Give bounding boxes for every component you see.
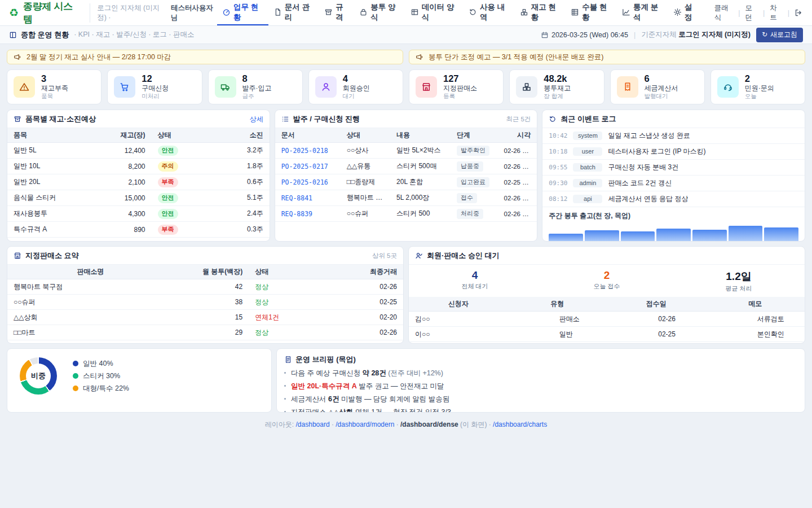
order-row[interactable]: REQ-8839 ○○슈퍼 스티커 500 처리중 02-26 08:45 (275, 206, 537, 222)
stat-label: 오늘 접수 (541, 282, 673, 291)
truck-icon (215, 76, 236, 98)
top-navbar: ♻ 종량제 시스템 로그인 지자체 (미지정) · 테스터사용자님 업무 현황문… (0, 0, 812, 26)
log-message: 세금계산서 연동 응답 정상 (608, 194, 688, 204)
kpi-card-receipt[interactable]: 6세금계산서발행대기 (610, 69, 705, 104)
order-row[interactable]: REQ-8841 행복마트 북… 5L 2,000장 접수 02-26 09:1… (275, 190, 537, 206)
document-link[interactable]: REQ-8839 (281, 210, 312, 218)
kpi-card-store[interactable]: 127지정판매소등록 (409, 69, 504, 104)
stock-row[interactable]: 일반 20L 2,100 부족 0.6주 (7, 174, 270, 190)
nav-item-gear[interactable]: 설정 (668, 0, 703, 25)
stock-row[interactable]: 특수규격 A 890 부족 0.3주 (7, 222, 270, 238)
kpi-label: 발주·입고 (242, 84, 272, 93)
nav-item-history[interactable]: 사용 내역 (464, 0, 515, 25)
stock-row[interactable]: 재사용봉투 4,300 안전 2.4주 (7, 206, 270, 222)
kpi-value: 6 (645, 73, 678, 84)
kpi-card-cart[interactable]: 12구매신청미처리 (107, 69, 202, 104)
stock-row[interactable]: 일반 5L 12,400 안전 3.2주 (7, 143, 270, 159)
divider: · (332, 421, 334, 428)
page-heading: 종합 운영 현황 · KPI · 재고 · 발주/신청 · 로그 · 판매소 (9, 30, 194, 40)
stock-detail-link[interactable]: 상세 (250, 115, 263, 124)
note-icon (284, 356, 292, 364)
kpi-value: 48.2k (544, 73, 571, 84)
mode-link-2[interactable]: 차트 (770, 3, 782, 23)
kpi-card-user[interactable]: 4회원승인대기 (308, 69, 403, 104)
item-depletion: 0.6주 (206, 174, 270, 190)
kpi-label: 구매신청 (142, 84, 169, 93)
stores-top-note: 상위 5곳 (372, 252, 397, 260)
refresh-button[interactable]: ↻새로고침 (756, 28, 803, 42)
document-icon (273, 8, 282, 16)
kpi-value: 3 (41, 73, 68, 84)
store-row[interactable]: △△상회 15 연체1건 02-20 (7, 310, 403, 325)
legend-text: 스티커 30% (83, 371, 120, 381)
stat-label: 전체 대기 (409, 282, 541, 291)
document-link[interactable]: PO-2025-0218 (281, 147, 328, 155)
legend-dot-icon (73, 386, 78, 391)
store-monthly-qty: 15 (174, 310, 249, 325)
mode-link-1[interactable]: 모던 (745, 3, 758, 23)
kpi-card-boxes[interactable]: 48.2k봉투재고장 합계 (509, 69, 604, 104)
nav-item-table[interactable]: 데이터 양식 (405, 0, 464, 25)
store-row[interactable]: □□마트 29 정상 02-26 (7, 325, 403, 340)
document-link[interactable]: PO-2025-0217 (281, 163, 328, 170)
legend-item: 일반 40% (73, 359, 129, 369)
legend-item: 대형/특수 22% (73, 384, 129, 393)
approvals-table: 신청자유형접수일메모 김○○ 판매소 02-26 서류검토 이○○ 일반 02-… (409, 297, 805, 344)
approval-stat: 2 오늘 접수 (541, 269, 673, 293)
approval-row[interactable]: 박○○ 판매소 02-25 주소불일치 (409, 342, 805, 344)
kpi-sublabel: 품목 (41, 93, 68, 100)
approval-row[interactable]: 김○○ 판매소 02-26 서류검토 (409, 312, 805, 327)
nav-item-document[interactable]: 문서 관리 (268, 0, 320, 25)
store-row[interactable]: 행복마트 북구점 42 정상 02-26 (7, 279, 403, 295)
store-row[interactable]: ◇◇할인점 51 정상 02-26 (7, 340, 403, 344)
nav-item-gauge[interactable]: 업무 현황 (217, 0, 268, 25)
order-desc: 스티커 500 (390, 206, 451, 222)
application-date: 02-26 (607, 312, 706, 327)
donut-center-label: 비중 (26, 364, 51, 388)
document-link[interactable]: REQ-8841 (281, 194, 312, 202)
kpi-card-truck[interactable]: 8발주·입고금주 (208, 69, 303, 104)
store-monthly-qty: 51 (174, 340, 249, 344)
legend-item: 스티커 30% (73, 371, 129, 381)
legend-text: 대형/특수 22% (83, 384, 129, 393)
divider: | (763, 9, 765, 17)
order-row[interactable]: PO-2025-0216 □□종량제 20L 혼합 입고완료 02-25 16:… (275, 174, 537, 190)
calendar-icon (541, 31, 549, 39)
item-depletion: 5.1주 (206, 190, 270, 206)
bullet-dot-icon (284, 398, 286, 400)
order-row[interactable]: PO-2025-0218 ○○상사 일반 5L×2박스 발주확인 02-26 1… (275, 143, 537, 159)
kpi-label: 회원승인 (343, 84, 370, 93)
stock-row[interactable]: 음식물 스티커 15,000 안전 5.1주 (7, 190, 270, 206)
kpi-card-headset[interactable]: 2민원·문의오늘 (710, 69, 805, 104)
order-desc: 20L 혼합 (390, 174, 451, 190)
bullet-text: 미발행 — 담당 회계에 알림 발송됨 (339, 395, 449, 403)
bullet-text: 연체 1건 — 현장 점검 일정 3/3 (353, 408, 451, 413)
nav-item-chart-line[interactable]: 통계 분석 (617, 0, 668, 25)
mode-link-0[interactable]: 클래식 (714, 3, 734, 23)
order-row[interactable]: PO-2025-0217 △△유통 스티커 500매 납품중 02-26 09:… (275, 159, 537, 174)
column-header: 품목 (7, 128, 91, 143)
footer-link[interactable]: /dashboard/modern (336, 421, 394, 428)
order-desc: 일반 5L×2박스 (390, 143, 451, 159)
document-link[interactable]: PO-2025-0216 (281, 178, 328, 186)
nav-item-ledger[interactable]: 수불 현황 (566, 0, 617, 25)
nav-item-box[interactable]: 규격 (319, 0, 354, 25)
bag-icon (359, 8, 368, 16)
kpi-sublabel: 오늘 (745, 93, 774, 100)
store-status: 정상 (255, 329, 268, 336)
approval-row[interactable]: 이○○ 일반 02-25 본인확인 (409, 327, 805, 342)
briefing-bullet: 지정판매소 △△상회 연체 1건 — 현장 점검 일정 3/3 (284, 408, 797, 413)
store-last-trade: 02-25 (324, 295, 403, 310)
cart-icon (114, 76, 135, 98)
kpi-sublabel: 발행대기 (645, 93, 678, 100)
footer-link[interactable]: /dashboard/charts (493, 421, 547, 428)
nav-item-boxes[interactable]: 재고 현황 (515, 0, 566, 25)
nav-item-bag[interactable]: 봉투 양식 (354, 0, 405, 25)
logout-button[interactable] (795, 8, 803, 17)
footer-link[interactable]: /dashboard (296, 421, 330, 428)
stock-row[interactable]: 일반 10L 8,200 주의 1.8주 (7, 159, 270, 174)
kpi-card-warning[interactable]: 3재고부족품목 (7, 69, 102, 104)
page-title: 종합 운영 현황 (21, 30, 69, 40)
table-icon (411, 8, 419, 16)
store-row[interactable]: ○○슈퍼 38 정상 02-25 (7, 295, 403, 310)
